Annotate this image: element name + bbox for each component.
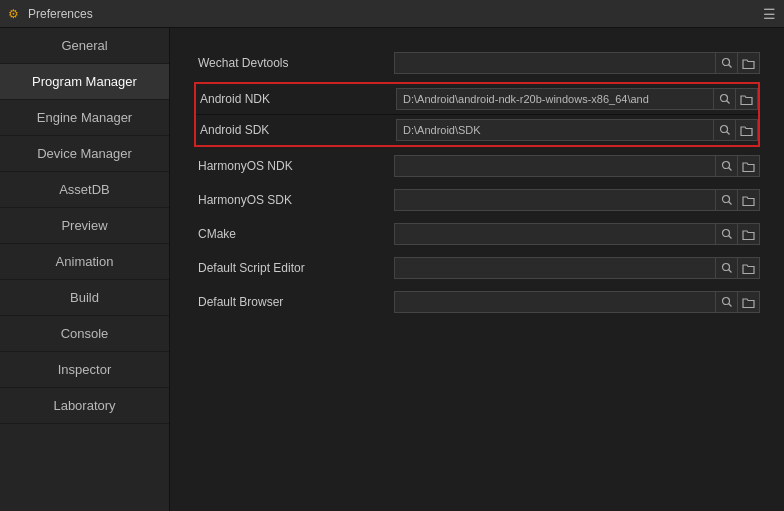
sidebar-item-preview[interactable]: Preview: [0, 208, 169, 244]
sidebar-item-engine-manager[interactable]: Engine Manager: [0, 100, 169, 136]
svg-point-4: [720, 126, 727, 133]
main-layout: General Program Manager Engine Manager D…: [0, 28, 784, 511]
input-default-script-editor[interactable]: [394, 257, 716, 279]
highlighted-group-android: Android NDK Android SDK: [194, 82, 760, 147]
folder-btn-default-browser[interactable]: [738, 291, 760, 313]
input-group-android-ndk: [396, 88, 758, 110]
sidebar-item-general[interactable]: General: [0, 28, 169, 64]
svg-line-7: [728, 168, 731, 171]
input-group-wechat-devtools: [394, 52, 760, 74]
sidebar: General Program Manager Engine Manager D…: [0, 28, 170, 511]
label-android-ndk: Android NDK: [196, 92, 396, 106]
sidebar-item-laboratory[interactable]: Laboratory: [0, 388, 169, 424]
folder-btn-cmake[interactable]: [738, 223, 760, 245]
input-default-browser[interactable]: [394, 291, 716, 313]
folder-btn-wechat-devtools[interactable]: [738, 52, 760, 74]
app-icon: ⚙: [8, 7, 22, 21]
svg-point-14: [722, 298, 729, 305]
search-btn-default-script-editor[interactable]: [716, 257, 738, 279]
menu-icon[interactable]: ☰: [763, 6, 776, 22]
svg-point-8: [722, 196, 729, 203]
title-bar: ⚙ Preferences ☰: [0, 0, 784, 28]
sidebar-item-device-manager[interactable]: Device Manager: [0, 136, 169, 172]
content-area: Wechat Devtools Android NDK: [170, 28, 784, 511]
sidebar-item-console[interactable]: Console: [0, 316, 169, 352]
input-android-sdk[interactable]: [396, 119, 714, 141]
label-android-sdk: Android SDK: [196, 123, 396, 137]
input-harmonyos-sdk[interactable]: [394, 189, 716, 211]
row-android-ndk: Android NDK: [196, 84, 758, 115]
input-android-ndk[interactable]: [396, 88, 714, 110]
folder-btn-android-sdk[interactable]: [736, 119, 758, 141]
row-harmonyos-sdk: HarmonyOS SDK: [194, 185, 760, 215]
folder-btn-harmonyos-ndk[interactable]: [738, 155, 760, 177]
search-btn-android-ndk[interactable]: [714, 88, 736, 110]
row-default-script-editor: Default Script Editor: [194, 253, 760, 283]
search-btn-harmonyos-ndk[interactable]: [716, 155, 738, 177]
input-group-harmonyos-sdk: [394, 189, 760, 211]
folder-btn-default-script-editor[interactable]: [738, 257, 760, 279]
settings-table: Wechat Devtools Android NDK: [194, 48, 760, 317]
title-bar-text: Preferences: [28, 7, 93, 21]
svg-point-0: [722, 59, 729, 66]
input-group-cmake: [394, 223, 760, 245]
search-btn-wechat-devtools[interactable]: [716, 52, 738, 74]
sidebar-item-build[interactable]: Build: [0, 280, 169, 316]
input-group-default-script-editor: [394, 257, 760, 279]
input-group-android-sdk: [396, 119, 758, 141]
svg-line-13: [728, 270, 731, 273]
label-harmonyos-sdk: HarmonyOS SDK: [194, 193, 394, 207]
sidebar-item-program-manager[interactable]: Program Manager: [0, 64, 169, 100]
label-harmonyos-ndk: HarmonyOS NDK: [194, 159, 394, 173]
row-default-browser: Default Browser: [194, 287, 760, 317]
input-group-default-browser: [394, 291, 760, 313]
svg-line-5: [726, 132, 729, 135]
label-cmake: CMake: [194, 227, 394, 241]
svg-point-6: [722, 162, 729, 169]
sidebar-item-animation[interactable]: Animation: [0, 244, 169, 280]
folder-btn-android-ndk[interactable]: [736, 88, 758, 110]
search-btn-default-browser[interactable]: [716, 291, 738, 313]
svg-point-2: [720, 95, 727, 102]
sidebar-item-assetdb[interactable]: AssetDB: [0, 172, 169, 208]
row-cmake: CMake: [194, 219, 760, 249]
svg-point-10: [722, 230, 729, 237]
label-default-browser: Default Browser: [194, 295, 394, 309]
input-harmonyos-ndk[interactable]: [394, 155, 716, 177]
svg-line-15: [728, 304, 731, 307]
label-wechat-devtools: Wechat Devtools: [194, 56, 394, 70]
label-default-script-editor: Default Script Editor: [194, 261, 394, 275]
search-btn-cmake[interactable]: [716, 223, 738, 245]
svg-line-11: [728, 236, 731, 239]
row-wechat-devtools: Wechat Devtools: [194, 48, 760, 78]
sidebar-item-inspector[interactable]: Inspector: [0, 352, 169, 388]
svg-line-3: [726, 101, 729, 104]
input-wechat-devtools[interactable]: [394, 52, 716, 74]
svg-point-12: [722, 264, 729, 271]
row-harmonyos-ndk: HarmonyOS NDK: [194, 151, 760, 181]
row-android-sdk: Android SDK: [196, 115, 758, 145]
search-btn-harmonyos-sdk[interactable]: [716, 189, 738, 211]
svg-line-9: [728, 202, 731, 205]
input-group-harmonyos-ndk: [394, 155, 760, 177]
folder-btn-harmonyos-sdk[interactable]: [738, 189, 760, 211]
input-cmake[interactable]: [394, 223, 716, 245]
svg-line-1: [728, 65, 731, 68]
search-btn-android-sdk[interactable]: [714, 119, 736, 141]
